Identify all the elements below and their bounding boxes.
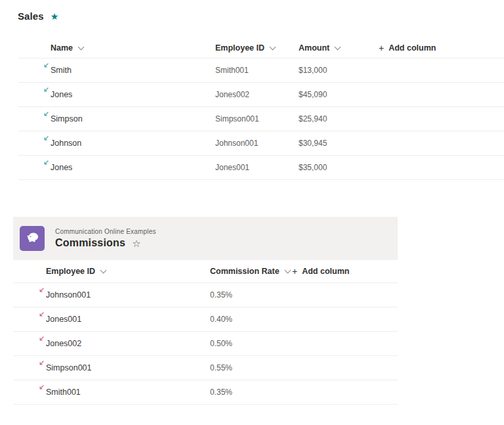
sales-column-header-name[interactable]: Name xyxy=(18,43,215,53)
employee-id-cell: Smith001 xyxy=(215,66,299,75)
employee-id-value: Jones002 xyxy=(46,339,81,348)
employee-id-value: Johnson001 xyxy=(46,290,91,300)
column-label: Employee ID xyxy=(46,267,95,276)
sales-title-row: Sales ★ xyxy=(18,11,58,22)
chevron-down-icon xyxy=(284,267,291,274)
name-value: Johnson xyxy=(51,139,81,148)
sales-table-header: Name Employee ID Amount + Add column xyxy=(18,38,504,58)
commission-rate-cell: 0.35% xyxy=(210,388,292,397)
amount-cell: $25,940 xyxy=(299,114,379,123)
sales-table: Name Employee ID Amount + Add column Smi… xyxy=(18,38,504,180)
commissions-title-row: Commissions ☆ xyxy=(55,237,156,249)
employee-id-cell: Simpson001 xyxy=(215,114,299,123)
employee-id-cell[interactable]: Smith001 xyxy=(13,380,210,404)
sales-table-row[interactable]: Simpson Simpson001 $25,940 xyxy=(18,106,504,131)
amount-cell: $35,000 xyxy=(299,163,379,172)
commissions-table-row[interactable]: Jones001 0.40% xyxy=(13,307,398,331)
commissions-column-header-commission-rate[interactable]: Commission Rate xyxy=(210,267,292,276)
plus-icon: + xyxy=(292,266,297,277)
piggy-bank-icon xyxy=(25,230,39,247)
amount-cell: $45,090 xyxy=(299,90,379,99)
favorite-star-outline-icon[interactable]: ☆ xyxy=(132,238,140,248)
name-cell[interactable]: Jones xyxy=(18,83,215,106)
open-item-arrow-icon xyxy=(38,311,45,318)
amount-cell: $30,945 xyxy=(299,139,379,148)
sales-table-row[interactable]: Jones Jones002 $45,090 xyxy=(18,82,504,106)
commission-rate-cell: 0.35% xyxy=(210,290,292,300)
commissions-table: Employee ID Commission Rate + Add column… xyxy=(13,260,398,405)
favorite-star-filled-icon[interactable]: ★ xyxy=(51,12,59,21)
name-cell[interactable]: Smith xyxy=(18,58,215,82)
commissions-table-row[interactable]: Jones002 0.50% xyxy=(13,331,398,355)
open-item-arrow-icon xyxy=(38,336,45,342)
column-label: Employee ID xyxy=(215,43,264,53)
sales-table-body: Smith Smith001 $13,000 Jones Jones002 $4… xyxy=(18,58,504,180)
open-item-arrow-icon xyxy=(43,135,49,142)
open-item-arrow-icon xyxy=(43,87,49,93)
commissions-table-body: Johnson001 0.35% Jones001 0.40% Jones002… xyxy=(13,282,398,405)
name-cell[interactable]: Simpson xyxy=(18,107,215,131)
sales-column-header-amount[interactable]: Amount xyxy=(299,43,379,53)
column-label: Name xyxy=(51,43,73,53)
name-value: Jones xyxy=(51,90,72,99)
name-value: Smith xyxy=(51,66,72,75)
open-item-arrow-icon xyxy=(43,111,49,118)
commissions-table-row[interactable]: Simpson001 0.55% xyxy=(13,355,398,380)
employee-id-cell[interactable]: Johnson001 xyxy=(13,283,210,307)
chevron-down-icon xyxy=(100,267,107,274)
add-column-label: Add column xyxy=(302,267,349,276)
employee-id-value: Jones001 xyxy=(46,315,81,324)
employee-id-value: Simpson001 xyxy=(46,363,92,372)
commissions-list-banner: Communication Online Examples Commission… xyxy=(13,217,398,260)
chevron-down-icon xyxy=(270,44,276,51)
open-item-arrow-icon xyxy=(43,62,49,69)
commissions-table-row[interactable]: Johnson001 0.35% xyxy=(13,282,398,307)
commission-rate-cell: 0.55% xyxy=(210,363,292,372)
employee-id-cell: Johnson001 xyxy=(215,139,299,148)
sales-table-row[interactable]: Johnson Johnson001 $30,945 xyxy=(18,131,504,155)
employee-id-cell[interactable]: Jones002 xyxy=(13,332,210,355)
banner-text: Communication Online Examples Commission… xyxy=(55,228,156,249)
sales-list-title: Sales xyxy=(18,11,44,22)
name-value: Jones xyxy=(51,163,72,172)
employee-id-cell[interactable]: Simpson001 xyxy=(13,356,210,380)
site-breadcrumb[interactable]: Communication Online Examples xyxy=(55,228,156,235)
commissions-list-title: Commissions xyxy=(55,237,125,249)
commission-rate-cell: 0.40% xyxy=(210,315,292,324)
employee-id-cell: Jones001 xyxy=(215,163,299,172)
open-item-arrow-icon xyxy=(43,160,49,166)
commission-rate-cell: 0.50% xyxy=(210,339,292,348)
list-app-tile xyxy=(20,226,45,251)
commissions-column-header-employee-id[interactable]: Employee ID xyxy=(13,267,210,276)
chevron-down-icon xyxy=(78,44,85,51)
sales-add-column-button[interactable]: + Add column xyxy=(379,43,504,53)
open-item-arrow-icon xyxy=(38,384,45,391)
column-label: Commission Rate xyxy=(210,267,280,276)
sales-table-row[interactable]: Jones Jones001 $35,000 xyxy=(18,155,504,179)
add-column-label: Add column xyxy=(388,43,436,53)
employee-id-cell: Jones002 xyxy=(215,90,299,99)
commissions-add-column-button[interactable]: + Add column xyxy=(292,267,398,277)
commissions-table-header: Employee ID Commission Rate + Add column xyxy=(13,260,398,282)
name-cell[interactable]: Johnson xyxy=(18,131,215,155)
plus-icon: + xyxy=(379,43,384,53)
commissions-table-row[interactable]: Smith001 0.35% xyxy=(13,380,398,404)
employee-id-cell[interactable]: Jones001 xyxy=(13,307,210,331)
amount-cell: $13,000 xyxy=(299,66,379,75)
column-label: Amount xyxy=(299,43,329,53)
employee-id-value: Smith001 xyxy=(46,388,81,397)
name-value: Simpson xyxy=(51,114,83,123)
sales-table-row[interactable]: Smith Smith001 $13,000 xyxy=(18,58,504,82)
chevron-down-icon xyxy=(335,44,341,51)
open-item-arrow-icon xyxy=(38,360,45,367)
name-cell[interactable]: Jones xyxy=(18,156,215,179)
sales-column-header-employee-id[interactable]: Employee ID xyxy=(215,43,299,53)
open-item-arrow-icon xyxy=(38,287,45,294)
